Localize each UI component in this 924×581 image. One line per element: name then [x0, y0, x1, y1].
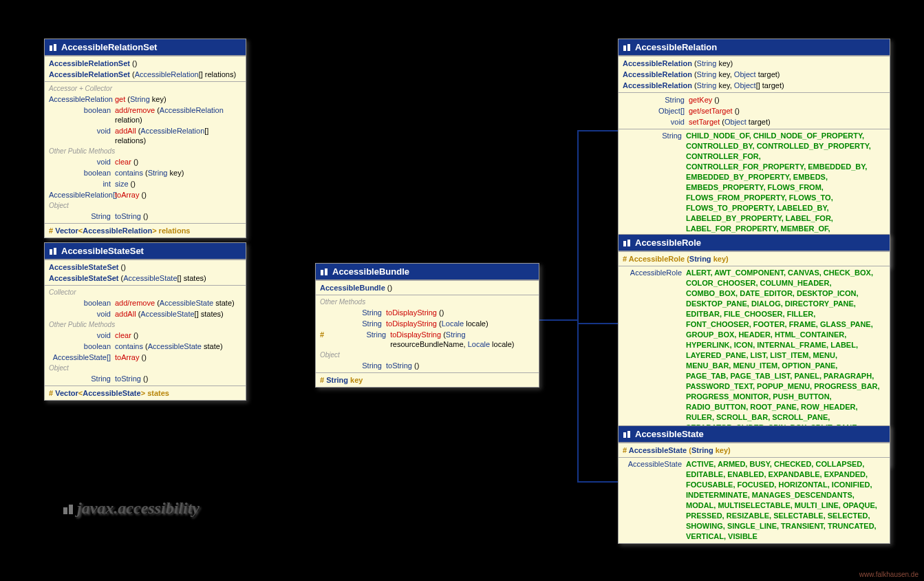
svg-rect-2 — [50, 249, 52, 255]
method-row: # StringtoDisplayString (String resource… — [316, 329, 539, 350]
class-title: AccessibleBundle — [332, 266, 409, 277]
return-type: String — [623, 95, 689, 105]
fields-section: # String key — [316, 372, 539, 387]
category-label: Other Public Methods — [45, 146, 246, 156]
const-type: AccessibleRole — [623, 268, 686, 278]
constructor-row: AccessibleStateSet () — [45, 262, 246, 273]
const-type: String — [623, 131, 686, 141]
class-title: AccessibleState — [635, 429, 704, 439]
return-type: boolean — [49, 341, 115, 351]
category-label: Collector — [45, 287, 246, 297]
method-sig: addAll (AccessibleRelation[] relations) — [115, 126, 241, 145]
svg-rect-9 — [627, 240, 630, 246]
constructors-section: # AccessibleState (String key) — [619, 443, 890, 457]
class-header: AccessibleStateSet — [45, 243, 246, 260]
svg-rect-8 — [623, 241, 626, 246]
method-row: AccessibleRelation[]toArray () — [45, 189, 246, 200]
method-sig: toDisplayString (Locale locale) — [386, 319, 535, 328]
method-row: Object[]get/setTarget () — [619, 105, 890, 116]
method-row: AccessibleState[]toArray () — [45, 352, 246, 363]
method-sig: clear () — [115, 157, 241, 167]
return-type: boolean — [49, 105, 115, 125]
methods-section: Other Methods StringtoDisplayString ()St… — [316, 295, 539, 372]
method-row: voidaddAll (AccessibleState[] states) — [45, 308, 246, 319]
method-row: StringtoString () — [45, 211, 246, 222]
method-sig: toArray () — [115, 190, 241, 200]
constants-section: AccessibleStateACTIVE, ARMED, BUSY, CHEC… — [619, 457, 890, 543]
constructor-row: AccessibleRelation (String key) — [619, 58, 890, 69]
svg-rect-10 — [623, 432, 626, 438]
method-row: voidclear () — [45, 156, 246, 167]
methods-section: Accessor + Collector AccessibleRelationg… — [45, 81, 246, 223]
class-accessible-relation-set: AccessibleRelationSet AccessibleRelation… — [44, 39, 246, 238]
svg-rect-6 — [623, 45, 626, 51]
constructors-section: AccessibleRelationSet ()AccessibleRelati… — [45, 56, 246, 81]
method-sig: get (String key) — [115, 94, 241, 104]
package-label: javax.accessibility — [62, 499, 200, 518]
constants-list: ACTIVE, ARMED, BUSY, CHECKED, COLLAPSED,… — [686, 459, 880, 542]
method-row: booleancontains (String key) — [45, 167, 246, 178]
method-sig: toArray () — [115, 352, 241, 362]
category-label: Object — [316, 350, 539, 360]
return-type: String — [324, 330, 390, 349]
category-label: Object — [45, 200, 246, 211]
method-sig: contains (String key) — [115, 168, 241, 178]
credit-text: www.falkhausen.de — [859, 571, 918, 578]
return-type: void — [49, 309, 115, 319]
return-type: String — [49, 211, 115, 221]
class-icon — [623, 430, 631, 439]
constructor-row: AccessibleStateSet (AccessibleState[] st… — [45, 273, 246, 284]
return-type: void — [49, 157, 115, 167]
class-accessible-relation: AccessibleRelation AccessibleRelation (S… — [618, 39, 890, 267]
return-type: Object[] — [623, 106, 689, 116]
method-row: voidsetTarget (Object target) — [619, 116, 890, 127]
const-type: AccessibleState — [623, 459, 686, 469]
svg-rect-3 — [54, 248, 56, 255]
svg-rect-4 — [321, 270, 323, 275]
method-sig: toString () — [386, 361, 535, 370]
field-text: # String key — [320, 375, 363, 385]
class-header: AccessibleRelation — [619, 39, 890, 56]
constructor-row: AccessibleRelation (String key, Object[]… — [619, 80, 890, 91]
class-icon — [320, 268, 328, 276]
method-row: StringtoDisplayString (Locale locale) — [316, 318, 539, 329]
fields-section: # Vector<AccessibleRelation> relations — [45, 223, 246, 237]
field-text: # Vector<AccessibleState> states — [49, 388, 169, 398]
class-header: AccessibleRelationSet — [45, 39, 246, 56]
method-sig: add/remove (AccessibleState state) — [115, 298, 241, 308]
class-icon — [49, 247, 57, 255]
constructor-text: # AccessibleState (String key) — [623, 445, 731, 455]
class-title: AccessibleRelationSet — [61, 42, 157, 52]
constructors-section: AccessibleStateSet ()AccessibleStateSet … — [45, 260, 246, 285]
method-row: voidaddAll (AccessibleRelation[] relatio… — [45, 125, 246, 146]
return-type: boolean — [49, 168, 115, 178]
constructor-row: AccessibleBundle () — [316, 282, 539, 293]
method-row: StringgetKey () — [619, 94, 890, 105]
package-icon — [62, 503, 74, 516]
method-row: AccessibleRelationget (String key) — [45, 94, 246, 105]
class-accessible-bundle: AccessibleBundle AccessibleBundle () Oth… — [315, 263, 539, 388]
method-sig: setTarget (Object target) — [689, 117, 885, 127]
class-title: AccessibleRole — [635, 237, 701, 248]
method-sig: addAll (AccessibleState[] states) — [115, 309, 241, 319]
method-sig: toDisplayString (String resourceBundleNa… — [390, 330, 535, 349]
constructor-row: AccessibleRelationSet (AccessibleRelatio… — [45, 69, 246, 80]
svg-rect-11 — [627, 431, 630, 438]
class-title: AccessibleStateSet — [61, 246, 144, 256]
methods-section: Collector booleanadd/remove (AccessibleS… — [45, 285, 246, 385]
method-row: StringtoString () — [45, 373, 246, 384]
method-sig: toString () — [115, 374, 241, 383]
method-row: booleancontains (AccessibleState state) — [45, 341, 246, 352]
category-label: Object — [45, 363, 246, 373]
method-sig: get/setTarget () — [689, 106, 885, 116]
return-type: String — [49, 374, 115, 383]
return-type: void — [49, 126, 115, 145]
class-accessible-state-set: AccessibleStateSet AccessibleStateSet ()… — [44, 242, 246, 401]
class-title: AccessibleRelation — [635, 42, 717, 52]
method-sig: getKey () — [689, 95, 885, 105]
return-type: int — [49, 179, 115, 189]
method-sig: toDisplayString () — [386, 308, 535, 317]
class-header: AccessibleState — [619, 426, 890, 443]
method-row: booleanadd/remove (AccessibleRelation re… — [45, 105, 246, 125]
method-sig: clear () — [115, 330, 241, 340]
